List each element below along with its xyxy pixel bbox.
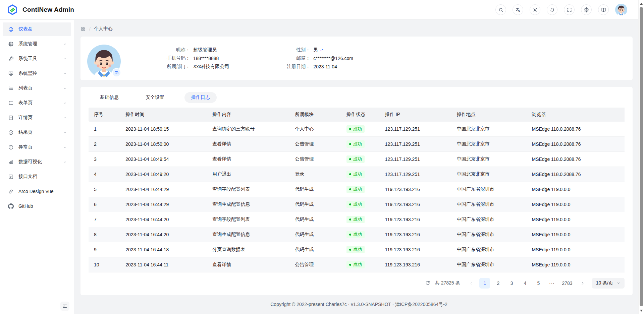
profile-info: 昵称： 超级管理员 手机号码： 188****8888 所属部门： Xxx科技有… [153, 46, 353, 71]
cell-time: 2023-11-04 16:44:29 [120, 182, 207, 197]
field-value: 188****8888 [193, 56, 219, 61]
page-4-button[interactable]: 4 [520, 278, 530, 289]
sidebar-item-exception-page[interactable]: 异常页 [3, 140, 71, 154]
page-5-button[interactable]: 5 [533, 278, 544, 289]
settings-button[interactable] [581, 4, 592, 15]
table-row: 5 2023-11-04 16:44:29 查询字段配置列表 代码生成 成功 1… [89, 182, 625, 197]
cell-serial: 7 [89, 212, 120, 227]
pagination-ellipsis[interactable]: ··· [546, 278, 557, 289]
refresh-button[interactable] [423, 278, 432, 288]
profile-field: 昵称： 超级管理员 [153, 46, 229, 54]
sidebar-item-system-management[interactable]: 系统管理 [3, 37, 71, 51]
table-row: 7 2023-11-04 16:44:20 查询字段配置列表 代码生成 成功 1… [89, 212, 625, 227]
table-row: 10 2023-11-04 16:44:11 查看详情 公告管理 成功 119.… [89, 257, 625, 272]
column-header: 操作内容 [207, 108, 289, 122]
apps-icon[interactable] [80, 26, 86, 32]
cell-module: 公告管理 [289, 137, 341, 152]
page-3-button[interactable]: 3 [506, 278, 517, 289]
sidebar-item-form-page[interactable]: 表单页 [3, 96, 71, 110]
cell-module: 个人中心 [289, 122, 341, 137]
language-button[interactable] [513, 4, 523, 15]
notifications-button[interactable] [547, 4, 557, 15]
cell-module: 代码生成 [289, 227, 341, 242]
field-value: 2023-11-04 [313, 64, 337, 69]
main-content: / 个人中心 昵称： 超级管理员 [74, 20, 644, 314]
scrollbar-down-arrow[interactable] [640, 310, 643, 312]
change-avatar-button[interactable] [112, 68, 121, 77]
cell-location: 中国广东省深圳市 [451, 182, 527, 197]
status-dot-icon [349, 143, 351, 145]
cell-content: 查询生成配置信息 [207, 227, 289, 242]
cell-content: 查询生成配置信息 [207, 197, 289, 212]
field-label: 所属部门： [153, 64, 190, 70]
next-page-button[interactable] [577, 278, 588, 289]
cell-time: 2023-11-04 16:44:11 [120, 257, 207, 272]
tab-operation-log[interactable]: 操作日志 [184, 92, 217, 103]
cell-location: 中国北京北京市 [451, 167, 527, 182]
table-row: 8 2023-11-04 16:44:20 查询生成配置信息 代码生成 成功 1… [89, 227, 625, 242]
sidebar-item-result-page[interactable]: 结果页 [3, 126, 71, 139]
menu-item-label: 仪表盘 [18, 26, 67, 32]
page-size-select[interactable]: 10 条/页 [592, 278, 625, 289]
status-dot-icon [349, 188, 351, 190]
theme-toggle-button[interactable] [530, 4, 540, 15]
sidebar-item-api-docs[interactable]: 接口文档 [3, 170, 71, 183]
sidebar-item-data-visualization[interactable]: 数据可视化 [3, 155, 71, 169]
collapse-sidebar-button[interactable] [60, 302, 69, 311]
tab-security-settings[interactable]: 安全设置 [139, 92, 171, 103]
scrollbar-thumb[interactable] [640, 7, 643, 306]
chevron-down-icon [63, 101, 67, 105]
menu-item-icon [8, 115, 14, 121]
field-label: 手机号码： [153, 55, 190, 61]
sidebar-item-arco-design-vue[interactable]: Arco Design Vue [3, 185, 71, 198]
status-label: 成功 [353, 202, 362, 207]
menu-item-icon [8, 26, 14, 32]
user-avatar[interactable] [615, 4, 627, 16]
cell-status: 成功 [341, 227, 380, 242]
status-dot-icon [349, 234, 351, 236]
menu-item-label: 接口文档 [18, 174, 67, 180]
status-badge: 成功 [346, 201, 365, 208]
field-value: Xxx科技有限公司 [193, 64, 229, 70]
male-icon: ♂ [320, 47, 323, 53]
search-button[interactable] [495, 4, 506, 15]
profile-avatar[interactable] [87, 45, 121, 78]
sidebar-item-list-page[interactable]: 列表页 [3, 81, 71, 95]
page-1-button[interactable]: 1 [479, 278, 490, 289]
page-2-button[interactable]: 2 [493, 278, 503, 289]
chevron-down-icon [63, 42, 67, 46]
sidebar-item-system-monitor[interactable]: 系统监控 [3, 67, 71, 80]
sidebar-item-detail-page[interactable]: 详情页 [3, 111, 71, 124]
cell-serial: 8 [89, 227, 120, 242]
cell-content: 查询字段配置列表 [207, 182, 289, 197]
sidebar-item-github[interactable]: GitHub [3, 199, 71, 213]
cell-location: 中国广东省深圳市 [451, 257, 527, 272]
cell-module: 公告管理 [289, 152, 341, 167]
cell-ip: 119.123.193.216 [380, 182, 451, 197]
menu-item-icon [8, 174, 14, 180]
cell-time: 2023-11-04 16:44:29 [120, 197, 207, 212]
docs-button[interactable] [598, 4, 609, 15]
status-badge: 成功 [346, 171, 365, 178]
sidebar-item-system-tools[interactable]: 系统工具 [3, 52, 71, 65]
vertical-scrollbar[interactable] [638, 0, 644, 314]
tab-basic-info[interactable]: 基础信息 [93, 92, 125, 103]
prev-page-button[interactable] [466, 278, 477, 289]
total-count: 共 27825 条 [435, 280, 460, 286]
profile-card: 昵称： 超级管理员 手机号码： 188****8888 所属部门： Xxx科技有… [80, 37, 633, 80]
sidebar-item-dashboard[interactable]: 仪表盘 [3, 22, 71, 36]
cell-content: 查询绑定的三方账号 [207, 122, 289, 137]
cell-status: 成功 [341, 212, 380, 227]
menu-item-label: Arco Design Vue [18, 189, 67, 194]
menu-item-icon [8, 41, 14, 47]
cell-status: 成功 [341, 137, 380, 152]
chevron-down-icon [63, 130, 67, 135]
scrollbar-up-arrow[interactable] [640, 3, 643, 5]
cell-browser: MSEdge 118.0.2088.76 [527, 122, 625, 137]
cell-browser: MSEdge 119.0.0.0 [527, 212, 625, 227]
operation-log-card: 基础信息 安全设置 操作日志 序号 操作时间 [80, 87, 633, 295]
page-2783-button[interactable]: 2783 [560, 278, 574, 289]
status-dot-icon [349, 203, 351, 205]
cell-status: 成功 [341, 257, 380, 272]
fullscreen-button[interactable] [564, 4, 575, 15]
